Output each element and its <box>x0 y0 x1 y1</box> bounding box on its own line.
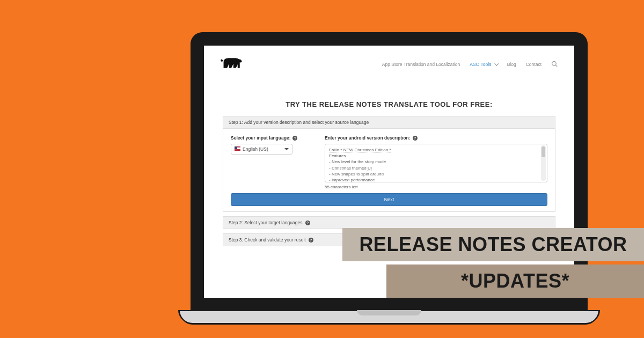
step2-header[interactable]: Step 2: Select your target languages ? <box>223 216 555 229</box>
nav-contact[interactable]: Contact <box>526 62 541 67</box>
nav-blog[interactable]: Blog <box>507 62 516 67</box>
next-button[interactable]: Next <box>231 193 547 206</box>
wizard-panel: Step 1: Add your version description and… <box>223 116 555 246</box>
search-icon[interactable] <box>551 61 558 69</box>
desc-label: Enter your android version description: … <box>325 135 547 141</box>
char-counter: 55 characters left <box>325 185 547 189</box>
input-lang-label: Select your input language: ? <box>231 135 314 141</box>
elephant-logo <box>220 55 243 74</box>
description-textarea[interactable]: Fallin * NEW Christmas Edition * Feature… <box>325 144 547 182</box>
step1-body: Select your input language: ? English (U… <box>223 129 555 212</box>
nav-aso-tools-label: ASO Tools <box>470 62 491 67</box>
step2-label: Step 2: Select your target languages <box>229 220 303 225</box>
laptop-notch <box>357 310 421 315</box>
ta-line: - Christmas themed UI <box>329 166 372 171</box>
step3-label: Step 3: Check and validate your result <box>229 237 306 243</box>
step1-header-label: Step 1: Add your version description and… <box>229 120 369 125</box>
chevron-down-icon <box>494 61 499 65</box>
language-select[interactable]: English (US) <box>231 144 292 155</box>
ta-line: - New level for the story mode <box>329 159 543 165</box>
overlay-banner-title: RELEASE NOTES CREATOR <box>342 228 644 261</box>
top-bar: App Store Translation and Localization A… <box>204 46 574 78</box>
ta-line: Features <box>329 153 543 159</box>
ta-line: - New shapes to spin around <box>329 171 543 177</box>
laptop-base <box>180 310 598 323</box>
nav-translation[interactable]: App Store Translation and Localization <box>382 62 460 67</box>
ta-line: Fallin * NEW Christmas Edition * <box>329 148 391 152</box>
svg-point-0 <box>552 61 557 65</box>
help-icon[interactable]: ? <box>292 136 297 141</box>
help-icon[interactable]: ? <box>413 136 418 141</box>
us-flag-icon <box>235 146 240 151</box>
overlay-banner-subtitle: *UPDATES* <box>386 264 644 298</box>
selected-language: English (US) <box>243 146 268 152</box>
caret-down-icon <box>284 148 289 150</box>
hero-title: TRY THE RELEASE NOTES TRANSLATE TOOL FOR… <box>204 100 574 108</box>
step1-header[interactable]: Step 1: Add your version description and… <box>223 116 555 129</box>
help-icon[interactable]: ? <box>309 238 313 243</box>
main-nav: App Store Translation and Localization A… <box>382 61 558 69</box>
scrollbar[interactable] <box>541 145 546 181</box>
nav-aso-tools[interactable]: ASO Tools <box>470 62 497 67</box>
svg-line-1 <box>555 65 557 67</box>
help-icon[interactable]: ? <box>305 221 310 225</box>
ta-line: - Improved performance <box>329 177 543 183</box>
